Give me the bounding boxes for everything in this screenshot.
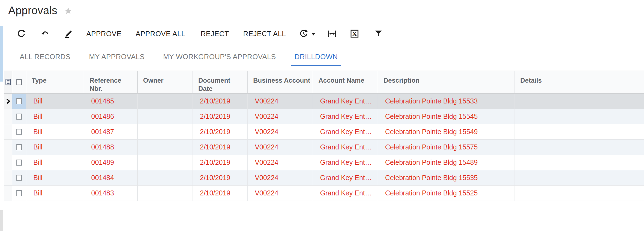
column-header-description[interactable]: Description — [378, 71, 515, 93]
row-checkbox[interactable] — [16, 144, 22, 150]
column-header-type[interactable]: Type — [26, 71, 84, 93]
cell-type[interactable]: Bill — [26, 140, 84, 155]
column-header-reference-nbr[interactable]: Reference Nbr. — [84, 71, 138, 93]
tab-my-approvals[interactable]: MY APPROVALS — [86, 53, 148, 66]
table-row[interactable]: Bill0014852/10/2019V00224Grand Key Ent…C… — [4, 94, 644, 109]
select-all-checkbox[interactable] — [16, 79, 22, 85]
cell-owner[interactable] — [138, 170, 193, 185]
column-header-business-account[interactable]: Business Account — [248, 71, 313, 93]
cell-reference-nbr[interactable]: 001487 — [84, 124, 138, 139]
edit-icon[interactable] — [64, 29, 73, 38]
cell-account-name[interactable]: Grand Key Ent… — [313, 94, 378, 109]
cell-type[interactable]: Bill — [26, 109, 84, 124]
cell-details[interactable] — [515, 186, 644, 201]
table-row[interactable]: Bill0014842/10/2019V00224Grand Key Ent…C… — [4, 170, 644, 186]
approve-all-button[interactable]: APPROVE ALL — [136, 30, 185, 38]
cell-owner[interactable] — [138, 109, 193, 124]
reject-button[interactable]: REJECT — [201, 30, 229, 38]
cell-document-date[interactable]: 2/10/2019 — [193, 94, 248, 109]
grid-header-row: Type Reference Nbr. Owner Document Date … — [4, 71, 644, 94]
cell-type[interactable]: Bill — [26, 170, 84, 185]
export-excel-icon[interactable]: X — [350, 29, 359, 38]
cell-description[interactable]: Celebration Pointe Bldg 15489 — [378, 155, 515, 170]
schedule-refresh-button[interactable] — [299, 29, 315, 38]
table-row[interactable]: Bill0014862/10/2019V00224Grand Key Ent…C… — [4, 109, 644, 124]
column-header-document-date[interactable]: Document Date — [193, 71, 248, 93]
cell-business-account[interactable]: V00224 — [248, 140, 313, 155]
cell-business-account[interactable]: V00224 — [248, 124, 313, 139]
tab-my-workgroups-approvals[interactable]: MY WORKGROUP'S APPROVALS — [160, 53, 279, 66]
row-gutter — [4, 170, 12, 185]
cell-business-account[interactable]: V00224 — [248, 109, 313, 124]
cell-type[interactable]: Bill — [26, 155, 84, 170]
refresh-icon[interactable] — [17, 29, 26, 38]
cell-details[interactable] — [515, 109, 644, 124]
column-header-account-name[interactable]: Account Name — [313, 71, 378, 93]
row-checkbox[interactable] — [16, 175, 22, 181]
table-row[interactable]: Bill0014882/10/2019V00224Grand Key Ent…C… — [4, 140, 644, 155]
cell-reference-nbr[interactable]: 001483 — [84, 186, 138, 201]
row-checkbox[interactable] — [16, 129, 22, 135]
row-checkbox[interactable] — [16, 190, 22, 196]
cell-description[interactable]: Celebration Pointe Bldg 15535 — [378, 170, 515, 185]
cell-owner[interactable] — [138, 155, 193, 170]
cell-type[interactable]: Bill — [26, 124, 84, 139]
cell-account-name[interactable]: Grand Key Ent… — [313, 140, 378, 155]
cell-description[interactable]: Celebration Pointe Bldg 15545 — [378, 109, 515, 124]
table-row[interactable]: Bill0014832/10/2019V00224Grand Key Ent…C… — [4, 186, 644, 201]
cell-document-date[interactable]: 2/10/2019 — [193, 124, 248, 139]
cell-details[interactable] — [515, 155, 644, 170]
cell-details[interactable] — [515, 124, 644, 139]
cell-details[interactable] — [515, 170, 644, 185]
cell-document-date[interactable]: 2/10/2019 — [193, 170, 248, 185]
cell-owner[interactable] — [138, 186, 193, 201]
tab-all-records[interactable]: ALL RECORDS — [16, 53, 74, 66]
tab-drilldown[interactable]: DRILLDOWN — [291, 53, 341, 66]
cell-details[interactable] — [515, 94, 644, 109]
cell-account-name[interactable]: Grand Key Ent… — [313, 124, 378, 139]
cell-account-name[interactable]: Grand Key Ent… — [313, 155, 378, 170]
approve-button[interactable]: APPROVE — [86, 30, 122, 38]
cell-description[interactable]: Celebration Pointe Bldg 15549 — [378, 124, 515, 139]
cell-business-account[interactable]: V00224 — [248, 94, 313, 109]
favorite-star-icon[interactable] — [64, 7, 72, 15]
undo-icon[interactable] — [41, 29, 50, 38]
grid-settings-icon[interactable] — [4, 71, 12, 93]
cell-reference-nbr[interactable]: 001488 — [84, 140, 138, 155]
cell-description[interactable]: Celebration Pointe Bldg 15525 — [378, 186, 515, 201]
cell-account-name[interactable]: Grand Key Ent… — [313, 170, 378, 185]
column-header-details[interactable]: Details — [515, 71, 644, 93]
table-row[interactable]: Bill0014892/10/2019V00224Grand Key Ent…C… — [4, 155, 644, 170]
cell-account-name[interactable]: Grand Key Ent… — [313, 186, 378, 201]
cell-document-date[interactable]: 2/10/2019 — [193, 109, 248, 124]
cell-type[interactable]: Bill — [26, 186, 84, 201]
cell-reference-nbr[interactable]: 001485 — [84, 94, 138, 109]
cell-owner[interactable] — [138, 124, 193, 139]
cell-document-date[interactable]: 2/10/2019 — [193, 186, 248, 201]
reject-all-button[interactable]: REJECT ALL — [243, 30, 286, 38]
grid-body: Bill0014852/10/2019V00224Grand Key Ent…C… — [4, 94, 644, 201]
cell-description[interactable]: Celebration Pointe Bldg 15575 — [378, 140, 515, 155]
cell-details[interactable] — [515, 140, 644, 155]
row-checkbox[interactable] — [16, 98, 22, 104]
row-checkbox[interactable] — [16, 114, 22, 120]
side-panel-rail-scroll — [0, 210, 3, 231]
cell-reference-nbr[interactable]: 001484 — [84, 170, 138, 185]
cell-business-account[interactable]: V00224 — [248, 186, 313, 201]
cell-reference-nbr[interactable]: 001489 — [84, 155, 138, 170]
fit-width-icon[interactable] — [327, 29, 337, 38]
cell-account-name[interactable]: Grand Key Ent… — [313, 109, 378, 124]
cell-business-account[interactable]: V00224 — [248, 170, 313, 185]
cell-document-date[interactable]: 2/10/2019 — [193, 140, 248, 155]
cell-owner[interactable] — [138, 94, 193, 109]
filter-icon[interactable] — [374, 30, 383, 38]
row-checkbox[interactable] — [16, 160, 22, 166]
cell-description[interactable]: Celebration Pointe Bldg 15533 — [378, 94, 515, 109]
cell-document-date[interactable]: 2/10/2019 — [193, 155, 248, 170]
cell-reference-nbr[interactable]: 001486 — [84, 109, 138, 124]
table-row[interactable]: Bill0014872/10/2019V00224Grand Key Ent…C… — [4, 124, 644, 140]
cell-owner[interactable] — [138, 140, 193, 155]
cell-business-account[interactable]: V00224 — [248, 155, 313, 170]
column-header-owner[interactable]: Owner — [138, 71, 193, 93]
cell-type[interactable]: Bill — [26, 94, 84, 109]
